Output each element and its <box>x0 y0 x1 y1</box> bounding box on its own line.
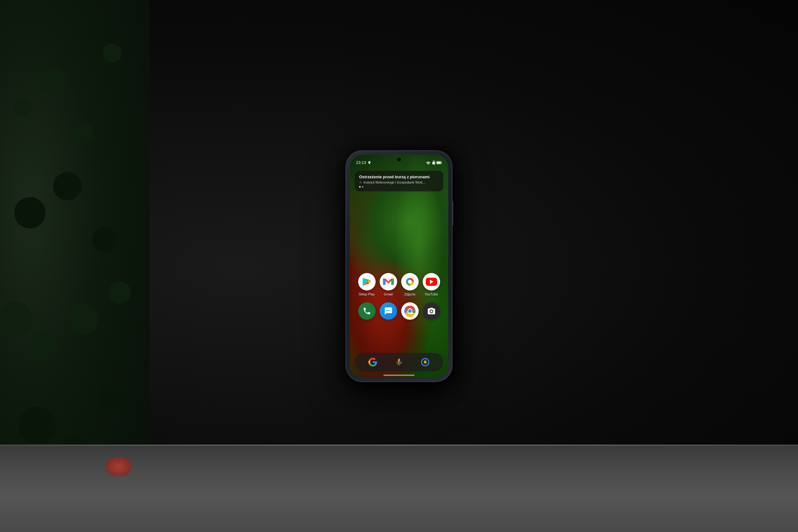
dock-google[interactable] <box>365 355 380 369</box>
google-icon <box>368 358 377 366</box>
svg-rect-2 <box>437 162 440 163</box>
app-play-store[interactable]: Sklep Play <box>358 273 376 296</box>
phone-frame: 23:13 <box>346 151 452 381</box>
battery-icon <box>436 161 442 164</box>
camera-svg <box>427 307 436 316</box>
photos-icon <box>401 273 419 290</box>
youtube-icon-inner <box>426 278 437 286</box>
svg-point-7 <box>388 310 389 311</box>
phone-screen: 23:13 <box>350 155 448 378</box>
bottom-dock <box>355 353 443 372</box>
youtube-play-triangle <box>430 280 434 284</box>
svg-point-12 <box>430 310 432 312</box>
messages-icon <box>380 302 397 320</box>
photos-svg <box>404 276 416 287</box>
app-youtube[interactable]: YouTube <box>423 273 440 296</box>
gmail-label: Gmail <box>384 292 393 296</box>
svg-rect-1 <box>441 162 442 163</box>
app-grid: Sklep Play <box>350 273 448 328</box>
app-camera[interactable] <box>423 302 440 322</box>
svg-point-5 <box>408 280 412 284</box>
youtube-label: YouTube <box>424 292 438 296</box>
status-icons-right <box>426 160 442 165</box>
clock: 23:13 <box>356 160 366 165</box>
phone-device: 23:13 <box>346 151 452 381</box>
play-store-label: Sklep Play <box>359 292 375 296</box>
mic-icon <box>395 358 403 366</box>
notification-source-text: Instytut Meteorologii i Gospodarki Wod..… <box>363 180 425 184</box>
app-messages[interactable] <box>380 302 397 322</box>
gmail-icon <box>380 273 397 290</box>
lens-icon <box>421 358 430 366</box>
phone-svg <box>363 307 371 316</box>
app-chrome[interactable] <box>401 302 419 322</box>
wifi-icon <box>426 161 431 165</box>
app-phone[interactable] <box>358 302 376 322</box>
home-indicator[interactable] <box>383 375 415 376</box>
dot-1 <box>359 186 361 188</box>
svg-point-8 <box>389 310 390 311</box>
notification-source: ⚠ Instytut Meteorologii i Gospodarki Wod… <box>359 180 439 184</box>
app-photos[interactable]: Zdjęcia <box>401 273 419 296</box>
phone-app-icon <box>358 302 376 320</box>
notification-title: Ostrzeżenie przed burzą z piorunami <box>359 174 439 179</box>
phone-shadow <box>352 381 446 391</box>
chrome-icon <box>401 302 419 320</box>
red-object-decoration <box>106 457 131 476</box>
camera-cutout <box>397 158 401 162</box>
gmail-svg <box>383 278 394 286</box>
youtube-icon <box>423 273 440 290</box>
svg-point-11 <box>408 309 412 312</box>
app-row-1: Sklep Play <box>356 273 442 296</box>
notification-card[interactable]: Ostrzeżenie przed burzą z piorunami ⚠ In… <box>355 171 443 191</box>
chrome-svg <box>404 305 416 317</box>
status-time: 23:13 <box>356 160 371 165</box>
play-store-icon <box>358 273 376 290</box>
app-gmail[interactable]: Gmail <box>380 273 397 296</box>
dot-2 <box>362 186 363 188</box>
lock-icon <box>432 160 435 165</box>
location-icon <box>367 161 371 165</box>
photos-label: Zdjęcia <box>404 292 415 296</box>
dock-lens[interactable] <box>418 355 433 369</box>
dock-voice-search[interactable] <box>392 355 406 369</box>
camera-icon <box>423 302 440 320</box>
app-row-2 <box>356 302 442 322</box>
svg-point-6 <box>386 310 387 311</box>
status-bar: 23:13 <box>350 155 448 168</box>
messages-svg <box>384 307 393 316</box>
notification-dots <box>359 186 439 188</box>
svg-point-14 <box>424 361 426 363</box>
warning-icon: ⚠ <box>359 180 362 184</box>
play-store-svg <box>361 276 373 287</box>
